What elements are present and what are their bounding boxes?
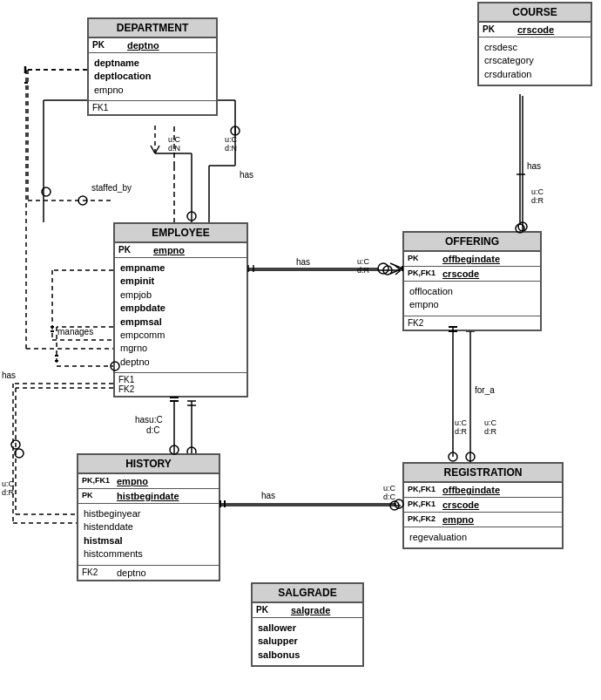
emp-field-empinit: empinit <box>120 275 241 288</box>
department-pk-label: PK <box>92 40 127 50</box>
reg-field-regevaluation: regevaluation <box>409 531 557 544</box>
emp-field-empmsal: empmsal <box>120 316 241 329</box>
course-fields: crsdesc crscategory crsduration <box>479 37 591 85</box>
history-fk2-label: FK2 <box>82 567 117 578</box>
svg-line-19 <box>395 270 401 275</box>
label-hasd: d:C <box>146 425 160 435</box>
svg-point-40 <box>11 440 20 449</box>
emp-field-empcomm: empcomm <box>120 329 241 342</box>
history-pk-row1: PK,FK1 empno <box>78 474 219 489</box>
history-fk2-field: deptno <box>117 567 146 578</box>
reg-pk-row2: PK,FK1 crscode <box>404 498 562 513</box>
dept-field-deptlocation: deptlocation <box>94 70 211 83</box>
reg-pk-label3: PK,FK2 <box>408 514 442 523</box>
history-fields: histbeginyear histenddate histmsal histc… <box>78 504 219 565</box>
offering-pk-row1: PK offbegindate <box>404 252 540 267</box>
employee-pk-label: PK <box>118 245 153 255</box>
offering-pk-row2: PK,FK1 crscode <box>404 267 540 282</box>
employee-header: EMPLOYEE <box>115 224 246 243</box>
emp-field-deptno: deptno <box>120 356 241 369</box>
label-for-a: for_a <box>475 385 495 395</box>
offering-field-offlocation: offlocation <box>409 285 535 298</box>
emp-fk2-label: FK2 <box>118 384 153 394</box>
salgrade-field-salbonus: salbonus <box>258 649 357 662</box>
constraint-dr-reg2: d:R <box>484 427 496 437</box>
offering-fk: FK2 <box>404 316 540 330</box>
salgrade-header: SALGRADE <box>253 584 362 603</box>
svg-point-52 <box>187 212 196 221</box>
history-field-histenddate: histenddate <box>84 520 213 533</box>
history-header: HISTORY <box>78 455 219 474</box>
entity-offering: OFFERING PK offbegindate PK,FK1 crscode … <box>402 231 542 331</box>
employee-fk: FK1 FK2 <box>115 372 246 396</box>
history-fk: FK2 deptno <box>78 565 219 580</box>
label-manages: manages <box>57 327 93 336</box>
diagram-container: COURSE PK crscode crsdesc crscategory cr… <box>0 0 601 700</box>
emp-field-empname: empname <box>120 262 241 275</box>
constraint-dr-course: d:R <box>531 196 544 206</box>
reg-fields: regevaluation <box>404 527 562 547</box>
reg-pk-row3: PK,FK2 empno <box>404 513 562 527</box>
svg-point-24 <box>518 222 527 231</box>
department-header: DEPARTMENT <box>89 19 216 38</box>
course-header: COURSE <box>479 3 591 23</box>
offering-header: OFFERING <box>404 233 540 252</box>
offering-pk-label2: PK,FK1 <box>408 268 442 277</box>
constraint-dr-left: d:R <box>2 488 14 498</box>
employee-fields: empname empinit empjob empbdate empmsal … <box>115 258 246 372</box>
svg-point-6 <box>231 126 240 135</box>
course-pk-row: PK crscode <box>479 23 591 37</box>
offering-pk-field1: offbegindate <box>442 254 500 264</box>
label-has-course: has <box>527 161 541 171</box>
reg-pk-row1: PK,FK1 offbegindate <box>404 483 562 498</box>
offering-fk2-label: FK2 <box>408 318 442 328</box>
course-field-crsdesc: crsdesc <box>484 41 585 54</box>
entity-salgrade: SALGRADE PK salgrade sallower salupper s… <box>251 582 364 667</box>
department-pk-row: PK deptno <box>89 38 216 53</box>
svg-point-20 <box>383 266 392 275</box>
label-has-emp-offering: has <box>296 257 310 267</box>
svg-line-18 <box>395 266 401 270</box>
dept-field-empno: empno <box>94 84 211 97</box>
history-pk-label1: PK,FK1 <box>82 476 117 485</box>
svg-line-74 <box>390 263 402 268</box>
svg-line-53 <box>151 146 155 153</box>
course-pk-label: PK <box>483 24 517 34</box>
salgrade-pk-field: salgrade <box>291 605 330 615</box>
salgrade-field-salupper: salupper <box>258 635 357 648</box>
entity-history: HISTORY PK,FK1 empno PK histbegindate hi… <box>77 453 220 581</box>
svg-point-85 <box>449 452 457 461</box>
dept-field-deptname: deptname <box>94 57 211 70</box>
department-fk: FK1 <box>89 100 216 114</box>
emp-field-empjob: empjob <box>120 289 241 302</box>
svg-point-32 <box>390 501 399 510</box>
registration-header: REGISTRATION <box>404 464 562 483</box>
constraint-dr-emp-off: d:R <box>357 266 369 275</box>
svg-point-64 <box>15 449 24 458</box>
history-pk-row2: PK histbegindate <box>78 489 219 504</box>
constraint-dn-dept1: d:N <box>168 144 180 153</box>
history-pk-field2: histbegindate <box>117 491 179 501</box>
entity-employee: EMPLOYEE PK empno empname empinit empjob… <box>113 222 248 398</box>
label-has-left: has <box>2 370 16 380</box>
dept-fk1-label: FK1 <box>92 103 127 112</box>
offering-pk-field2: crscode <box>442 268 479 279</box>
constraint-dc-hist2: d:C <box>383 493 395 502</box>
label-has-dept: has <box>240 170 253 180</box>
offering-pk-label1: PK <box>408 254 442 262</box>
salgrade-pk-row: PK salgrade <box>253 603 362 618</box>
offering-fields: offlocation empno <box>404 282 540 316</box>
reg-pk-field2: crscode <box>442 500 479 510</box>
svg-point-36 <box>466 452 475 461</box>
svg-point-43 <box>42 187 51 196</box>
svg-line-75 <box>390 268 402 274</box>
reg-pk-field1: offbegindate <box>442 485 500 495</box>
constraint-dr-reg-off: d:R <box>455 427 467 437</box>
svg-line-54 <box>155 146 159 153</box>
course-field-crscategory: crscategory <box>484 54 585 67</box>
constraint-dn-dept2: d:N <box>225 144 237 153</box>
department-pk-field: deptno <box>127 40 159 51</box>
svg-point-48 <box>78 196 87 205</box>
reg-pk-label2: PK,FK1 <box>408 500 442 508</box>
label-staffed-by: staffed_by <box>91 183 132 193</box>
